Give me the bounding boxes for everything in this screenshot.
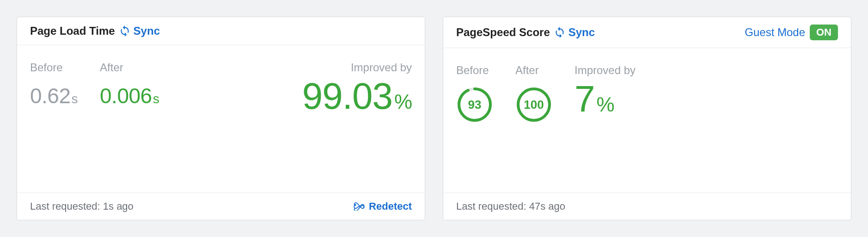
redetect-button[interactable]: Redetect [353,200,412,212]
card-header: PageSpeed Score Sync Guest Mode ON [443,17,851,48]
card-footer: Last requested: 1s ago Redetect [17,193,425,220]
card-page-load-time: Page Load Time Sync Before 0.62s After 0… [17,17,425,220]
score-ring-after: 100 [515,86,552,123]
card-body: Before 93 After 100 Improved by [443,48,851,193]
sync-button[interactable]: Sync [119,25,160,37]
infinity-icon [353,202,365,211]
after-column: After 100 [515,64,552,123]
after-score: 100 [515,86,552,123]
sync-icon [554,26,566,38]
card-header: Page Load Time Sync [17,17,425,45]
improved-label: Improved by [302,61,412,74]
redetect-label: Redetect [369,200,412,212]
after-value: 0.006s [100,83,159,108]
guest-mode-label: Guest Mode [745,26,805,39]
improved-column: Improved by 7% [575,64,636,118]
card-pagespeed-score: PageSpeed Score Sync Guest Mode ON Befor… [443,17,851,220]
card-body: Before 0.62s After 0.006s Improved by 99… [17,45,425,193]
after-column: After 0.006s [100,61,159,108]
card-title: Page Load Time [30,25,115,37]
improved-value: 7% [575,81,636,118]
improved-column: Improved by 99.03% [302,61,412,115]
sync-label: Sync [568,26,595,39]
sync-label: Sync [134,25,160,37]
sync-icon [119,25,131,37]
improved-value: 99.03% [302,78,412,115]
before-score: 93 [456,86,493,123]
card-footer: Last requested: 47s ago [443,193,851,220]
sync-button[interactable]: Sync [554,26,595,39]
on-badge: ON [810,25,838,40]
before-label: Before [30,61,78,74]
card-title: PageSpeed Score [456,26,550,39]
before-label: Before [456,64,493,77]
score-ring-before: 93 [456,86,493,123]
after-label: After [515,64,552,77]
before-column: Before 0.62s [30,61,78,108]
before-column: Before 93 [456,64,493,123]
last-requested-text: Last requested: 1s ago [30,200,134,212]
improved-label: Improved by [575,64,636,77]
guest-mode-toggle[interactable]: Guest Mode ON [745,25,838,40]
before-value: 0.62s [30,83,78,108]
after-label: After [100,61,159,74]
last-requested-text: Last requested: 47s ago [456,200,565,212]
